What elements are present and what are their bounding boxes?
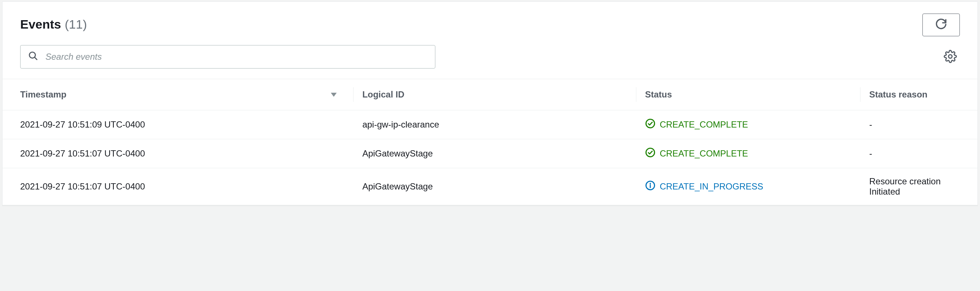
cell-status: CREATE_COMPLETE	[636, 139, 861, 168]
search-icon	[28, 51, 38, 63]
table-row[interactable]: 2021-09-27 10:51:07 UTC-0400ApiGatewaySt…	[3, 139, 977, 168]
status-text: CREATE_COMPLETE	[660, 148, 748, 159]
table-header-row: Timestamp Logical ID Status Status reaso…	[3, 79, 977, 110]
cell-logical-id: ApiGatewayStage	[353, 139, 636, 168]
svg-point-2	[948, 55, 952, 58]
col-header-timestamp-label: Timestamp	[20, 89, 66, 99]
cell-logical-id: ApiGatewayStage	[353, 168, 636, 205]
info-circle-icon	[645, 180, 655, 193]
refresh-icon	[935, 17, 947, 32]
status-text: CREATE_COMPLETE	[660, 119, 748, 130]
col-header-logical-id-label: Logical ID	[363, 89, 404, 99]
col-header-status-reason-label: Status reason	[869, 89, 928, 99]
cell-logical-id: api-gw-ip-clearance	[353, 110, 636, 139]
refresh-button[interactable]	[923, 14, 960, 36]
cell-status-reason: Resource creation Initiated	[861, 168, 977, 205]
cell-status-reason: -	[861, 110, 977, 139]
gear-icon	[944, 59, 957, 64]
cell-status-reason: -	[861, 139, 977, 168]
col-header-status[interactable]: Status	[636, 79, 861, 110]
panel-title-row: Events (11)	[20, 17, 87, 32]
events-table-body: 2021-09-27 10:51:09 UTC-0400api-gw-ip-cl…	[3, 110, 977, 205]
col-header-status-reason[interactable]: Status reason	[861, 79, 977, 110]
panel-title: Events	[20, 17, 61, 32]
search-input[interactable]	[45, 51, 428, 62]
sort-desc-icon	[330, 89, 337, 100]
search-box[interactable]	[20, 45, 435, 68]
cell-status: CREATE_COMPLETE	[636, 110, 861, 139]
cell-timestamp: 2021-09-27 10:51:07 UTC-0400	[3, 139, 353, 168]
col-header-status-label: Status	[645, 89, 672, 99]
svg-line-1	[35, 57, 37, 59]
status-text: CREATE_IN_PROGRESS	[660, 181, 763, 192]
col-header-logical-id[interactable]: Logical ID	[353, 79, 636, 110]
toolbar	[3, 45, 977, 79]
svg-point-4	[646, 119, 654, 127]
events-count: (11)	[65, 17, 87, 32]
table-row[interactable]: 2021-09-27 10:51:07 UTC-0400ApiGatewaySt…	[3, 168, 977, 205]
panel-header: Events (11)	[3, 2, 977, 45]
cell-timestamp: 2021-09-27 10:51:09 UTC-0400	[3, 110, 353, 139]
svg-marker-3	[331, 93, 337, 97]
check-circle-icon	[645, 118, 655, 131]
cell-timestamp: 2021-09-27 10:51:07 UTC-0400	[3, 168, 353, 205]
settings-button[interactable]	[941, 47, 960, 67]
svg-point-5	[646, 148, 654, 156]
table-row[interactable]: 2021-09-27 10:51:09 UTC-0400api-gw-ip-cl…	[3, 110, 977, 139]
cell-status: CREATE_IN_PROGRESS	[636, 168, 861, 205]
col-header-timestamp[interactable]: Timestamp	[3, 79, 353, 110]
events-table: Timestamp Logical ID Status Status reaso…	[3, 79, 977, 205]
check-circle-icon	[645, 147, 655, 160]
events-panel: Events (11)	[2, 2, 978, 206]
